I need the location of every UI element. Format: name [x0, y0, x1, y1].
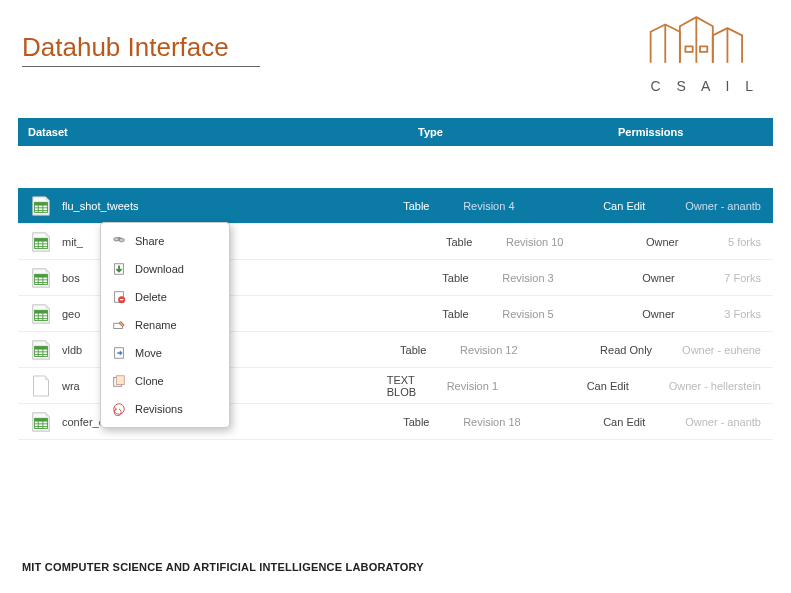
dataset-owner: Owner - euhene — [682, 344, 773, 356]
svg-rect-0 — [685, 46, 692, 51]
file-table-icon — [28, 195, 54, 217]
dataset-owner: Owner - hellerstein — [669, 380, 773, 392]
header-permissions: Permissions — [618, 126, 773, 138]
menu-item-delete[interactable]: Delete — [101, 283, 229, 311]
menu-item-label: Clone — [135, 375, 164, 387]
dataset-type: Table — [446, 236, 506, 248]
table-header: Dataset Type Permissions — [18, 118, 773, 146]
file-text-icon — [28, 375, 54, 397]
clone-icon — [111, 373, 127, 389]
page-title: Datahub Interface — [22, 32, 229, 63]
dataset-type: TEXT BLOB — [387, 374, 447, 398]
dataset-permission: Can Edit — [603, 200, 685, 212]
menu-item-revisions[interactable]: Revisions — [101, 395, 229, 423]
svg-rect-9 — [35, 310, 48, 313]
dataset-permission: Read Only — [600, 344, 682, 356]
dataset-permission: Can Edit — [587, 380, 669, 392]
dataset-revision: Revision 10 — [506, 236, 646, 248]
dataset-type: Table — [403, 200, 463, 212]
dataset-type: Table — [400, 344, 460, 356]
dataset-owner: 3 Forks — [724, 308, 773, 320]
footer-text: MIT COMPUTER SCIENCE AND ARTIFICIAL INTE… — [22, 561, 424, 573]
menu-item-move[interactable]: Move — [101, 339, 229, 367]
dataset-owner: 5 forks — [728, 236, 773, 248]
menu-item-share[interactable]: Share — [101, 227, 229, 255]
dataset-type: Table — [403, 416, 463, 428]
svg-rect-3 — [35, 202, 48, 205]
table-row[interactable]: flu_shot_tweetsTableRevision 4Can EditOw… — [18, 188, 773, 224]
dataset-permission: Owner — [642, 272, 724, 284]
svg-rect-5 — [35, 238, 48, 241]
dataset-type: Table — [442, 308, 502, 320]
file-table-icon — [28, 339, 54, 361]
dataset-name: flu_shot_tweets — [60, 200, 403, 212]
svg-rect-11 — [35, 346, 48, 349]
context-menu: ShareDownloadDeleteRenameMoveCloneRevisi… — [100, 222, 230, 428]
dataset-revision: Revision 18 — [463, 416, 603, 428]
menu-item-label: Share — [135, 235, 164, 247]
dataset-permission: Owner — [646, 236, 728, 248]
move-icon — [111, 345, 127, 361]
delete-icon — [111, 289, 127, 305]
menu-item-rename[interactable]: Rename — [101, 311, 229, 339]
svg-point-15 — [119, 238, 124, 242]
share-icon — [111, 233, 127, 249]
svg-point-14 — [114, 238, 119, 242]
dataset-permission: Owner — [642, 308, 724, 320]
dataset-revision: Revision 12 — [460, 344, 600, 356]
menu-item-label: Delete — [135, 291, 167, 303]
svg-rect-13 — [35, 418, 48, 421]
dataset-owner: 7 Forks — [724, 272, 773, 284]
rename-icon — [111, 317, 127, 333]
revisions-icon — [111, 401, 127, 417]
file-table-icon — [28, 303, 54, 325]
csail-logo-text: C S A I L — [651, 78, 759, 94]
header-dataset: Dataset — [18, 126, 418, 138]
menu-item-label: Download — [135, 263, 184, 275]
menu-item-label: Rename — [135, 319, 177, 331]
dataset-revision: Revision 4 — [463, 200, 603, 212]
dataset-owner: Owner - anantb — [685, 200, 773, 212]
dataset-revision: Revision 1 — [447, 380, 587, 392]
menu-item-label: Revisions — [135, 403, 183, 415]
download-icon — [111, 261, 127, 277]
dataset-type: Table — [442, 272, 502, 284]
dataset-revision: Revision 5 — [502, 308, 642, 320]
header-type: Type — [418, 126, 618, 138]
file-table-icon — [28, 231, 54, 253]
svg-rect-7 — [35, 274, 48, 277]
dataset-revision: Revision 3 — [502, 272, 642, 284]
file-table-icon — [28, 411, 54, 433]
svg-rect-22 — [116, 376, 124, 385]
menu-item-download[interactable]: Download — [101, 255, 229, 283]
menu-item-label: Move — [135, 347, 162, 359]
file-table-icon — [28, 267, 54, 289]
svg-rect-1 — [700, 46, 707, 51]
menu-item-clone[interactable]: Clone — [101, 367, 229, 395]
title-underline — [22, 66, 260, 67]
dataset-owner: Owner - anantb — [685, 416, 773, 428]
dataset-permission: Can Edit — [603, 416, 685, 428]
